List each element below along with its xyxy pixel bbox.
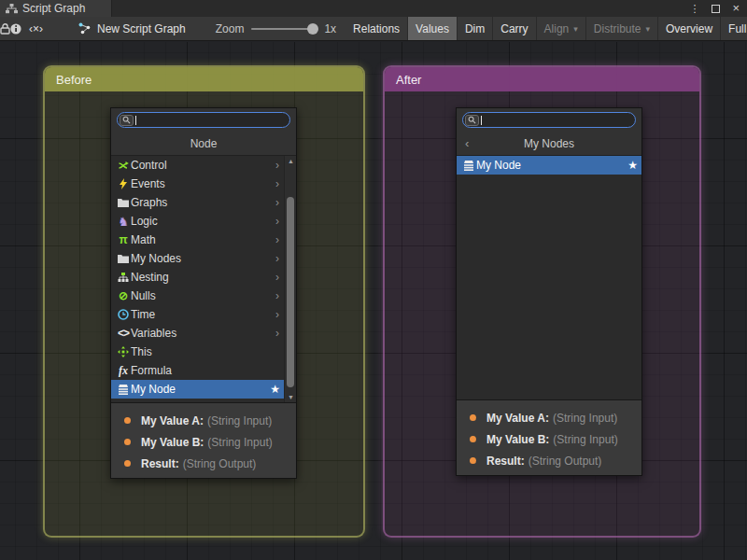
chevron-right-icon: ›: [275, 252, 284, 265]
finder-header: ‹ My Nodes: [457, 132, 641, 156]
values-button[interactable]: Values: [408, 17, 457, 40]
list-item-events[interactable]: Events›: [111, 175, 284, 193]
toolbar-right-group: Relations Values Dim Carry Align▾ Distri…: [345, 17, 747, 40]
group-before-header[interactable]: Before: [45, 67, 363, 91]
list-item-logic[interactable]: ♞ Logic›: [111, 212, 284, 231]
finder-header: Node: [111, 132, 296, 156]
search-row: [111, 108, 296, 132]
scrollbar-thumb[interactable]: [287, 197, 294, 387]
list-item-this[interactable]: This: [111, 343, 284, 361]
favorite-star-icon[interactable]: ★: [270, 383, 284, 396]
chevron-right-icon: ›: [275, 159, 284, 172]
events-icon: [116, 178, 131, 189]
graph-toolbar: ‹×› New Script Graph Zoom 1x Relations V…: [0, 17, 747, 41]
zoom-control: Zoom 1x: [206, 17, 345, 40]
close-icon[interactable]: ×: [732, 4, 740, 13]
chevron-right-icon: ›: [275, 233, 284, 246]
group-title: Before: [56, 73, 92, 87]
search-field[interactable]: [462, 112, 636, 128]
info-button[interactable]: [10, 17, 21, 40]
fuzzy-finder-after: ‹ My Nodes My Node ★ My Value A: (String…: [456, 107, 642, 476]
node-ports-preview: My Value A: (String Input) My Value B: (…: [111, 402, 296, 478]
zoom-slider[interactable]: [251, 28, 317, 30]
zoom-label: Zoom: [216, 22, 245, 35]
lock-button[interactable]: [0, 17, 10, 40]
tab-title: Script Graph: [22, 2, 85, 15]
overview-button[interactable]: Overview: [658, 17, 720, 40]
list-item-control[interactable]: Control›: [111, 156, 284, 175]
port-row: My Value A: (String Input): [470, 407, 641, 428]
port-row: Result: (String Output): [470, 450, 641, 471]
full-screen-button[interactable]: Full Scr: [721, 17, 747, 40]
chevron-right-icon: ›: [275, 308, 284, 321]
chevron-right-icon: ›: [275, 177, 284, 190]
chevron-right-icon: ›: [275, 327, 284, 340]
port-dot-icon: [470, 457, 476, 464]
port-row: My Value B: (String Input): [124, 431, 296, 453]
port-row: My Value B: (String Input): [470, 428, 641, 450]
search-icon: [465, 115, 479, 126]
search-input[interactable]: [482, 114, 635, 126]
port-dot-icon: [470, 436, 476, 442]
align-dropdown[interactable]: Align▾: [537, 17, 585, 40]
new-script-graph-button[interactable]: New Script Graph: [71, 17, 193, 40]
zoom-slider-handle[interactable]: [307, 23, 318, 35]
time-icon: [116, 309, 131, 320]
port-dot-icon: [470, 414, 476, 421]
variables-icon: <>: [116, 327, 131, 340]
nesting-icon: [116, 273, 131, 283]
my-node-icon: [116, 385, 131, 395]
math-icon: π: [116, 233, 131, 246]
chevron-right-icon: ›: [275, 271, 284, 284]
port-dot-icon: [124, 439, 131, 445]
title-bar: Script Graph ⋮ ×: [0, 0, 747, 17]
scrollbar[interactable]: ▲ ▼: [284, 156, 296, 402]
list-item-time[interactable]: Time›: [111, 305, 284, 324]
search-input[interactable]: [136, 114, 289, 126]
zoom-value: 1x: [324, 22, 336, 35]
maximize-icon[interactable]: [712, 5, 720, 13]
scroll-down-icon[interactable]: ▼: [285, 394, 296, 400]
list-item-variables[interactable]: <> Variables›: [111, 324, 284, 343]
this-icon: [116, 346, 131, 357]
window-menu-icon[interactable]: ⋮: [689, 3, 699, 15]
nulls-icon: ⊘: [116, 289, 131, 302]
finder-list: Control› Events› Graphs› ♞ Logic› π Math…: [111, 156, 296, 402]
node-ports-preview: My Value A: (String Input) My Value B: (…: [457, 399, 641, 475]
list-item-my-nodes[interactable]: My Nodes›: [111, 249, 284, 268]
port-dot-icon: [124, 417, 131, 424]
my-node-icon: [461, 161, 476, 171]
group-title: After: [396, 73, 421, 87]
graph-node-icon: [78, 22, 91, 35]
search-icon: [120, 115, 134, 126]
finder-list: My Node ★: [457, 156, 641, 399]
info-icon: [10, 23, 21, 35]
list-item-my-node[interactable]: My Node ★: [111, 380, 284, 399]
relations-button[interactable]: Relations: [345, 17, 407, 40]
code-view-button[interactable]: ‹×›: [21, 17, 50, 40]
distribute-dropdown[interactable]: Distribute▾: [586, 17, 657, 40]
search-row: [457, 108, 641, 132]
list-item-graphs[interactable]: Graphs›: [111, 193, 284, 212]
list-item-nesting[interactable]: Nesting›: [111, 268, 284, 287]
port-row: My Value A: (String Input): [124, 410, 296, 431]
scroll-up-icon[interactable]: ▲: [285, 158, 296, 164]
dim-button[interactable]: Dim: [458, 17, 492, 40]
carry-button[interactable]: Carry: [493, 17, 535, 40]
tab-script-graph[interactable]: Script Graph: [0, 0, 112, 17]
list-item-formula[interactable]: fx Formula: [111, 361, 284, 380]
graph-hierarchy-icon: [6, 4, 18, 14]
script-graph-window: Script Graph ⋮ × ‹×› New: [0, 0, 747, 560]
formula-icon: fx: [116, 364, 131, 378]
graph-canvas[interactable]: Before After Node: [0, 42, 747, 560]
favorite-star-icon[interactable]: ★: [627, 159, 641, 172]
list-item-my-node[interactable]: My Node ★: [457, 156, 641, 175]
list-item-math[interactable]: π Math›: [111, 231, 284, 249]
search-field[interactable]: [117, 112, 290, 128]
lock-icon: [0, 23, 10, 35]
list-item-nulls[interactable]: ⊘ Nulls›: [111, 287, 284, 305]
back-arrow-icon[interactable]: ‹: [465, 132, 469, 156]
group-after-header[interactable]: After: [385, 67, 699, 91]
port-dot-icon: [124, 460, 131, 467]
folder-icon: [116, 198, 131, 207]
